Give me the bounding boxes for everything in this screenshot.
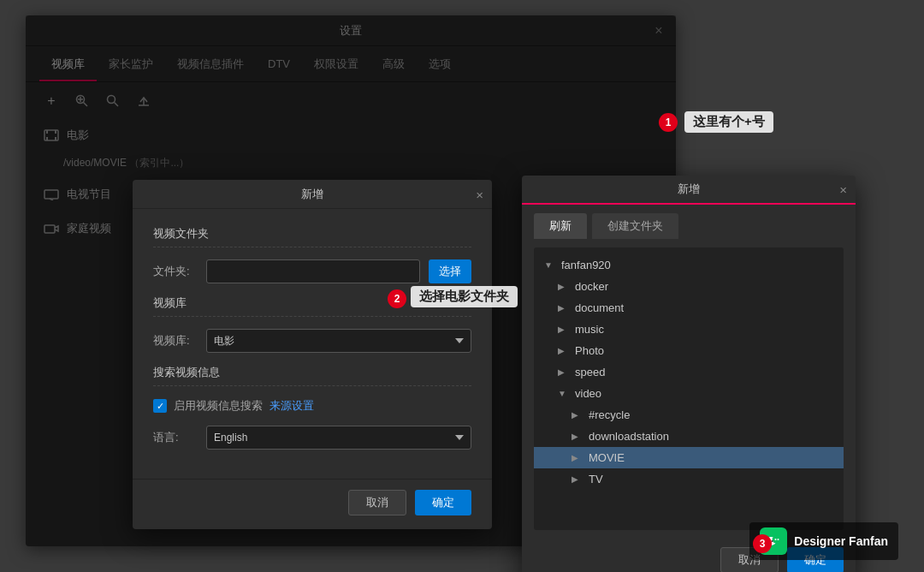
cancel-button[interactable]: 取消: [348, 490, 406, 515]
tree-item-movie[interactable]: ▶ MOVIE: [534, 447, 844, 468]
file-dialog-close[interactable]: ×: [839, 182, 847, 197]
annotation-text-1: 这里有个+号: [684, 111, 773, 133]
tree-item-fanfan[interactable]: ▼ fanfan920: [534, 254, 844, 276]
file-dialog: 新增 × 刷新 创建文件夹 ▼ fanfan920 ▶ docker ▶ doc…: [522, 176, 856, 572]
watermark: Designer Fanfan: [749, 522, 898, 560]
language-label: 语言:: [153, 430, 198, 445]
svg-point-17: [773, 536, 782, 544]
file-tab-refresh[interactable]: 刷新: [534, 213, 587, 239]
select-button[interactable]: 选择: [429, 259, 471, 283]
language-select[interactable]: English: [206, 426, 471, 450]
tree-item-document[interactable]: ▶ document: [534, 297, 844, 319]
svg-point-20: [775, 539, 777, 540]
library-row: 视频库: 电影: [153, 329, 471, 353]
enable-search-label: 启用视频信息搜索: [174, 398, 263, 414]
annotation-bubble-3: 3: [753, 534, 772, 553]
tree-item-speed[interactable]: ▶ speed: [534, 361, 844, 383]
file-dialog-title: 新增: [678, 182, 700, 197]
library-select[interactable]: 电影: [206, 329, 471, 353]
annotation-text-2: 选择电影文件夹: [411, 286, 518, 307]
tree-item-tv[interactable]: ▶ TV: [534, 468, 844, 490]
enable-search-row: ✓ 启用视频信息搜索 来源设置: [153, 398, 471, 414]
tree-item-video[interactable]: ▼ video: [534, 383, 844, 404]
svg-point-19: [772, 540, 773, 542]
file-tree: ▼ fanfan920 ▶ docker ▶ document ▶ music …: [534, 247, 844, 530]
file-dialog-titlebar: 新增 ×: [522, 176, 856, 205]
annotation-bubble-1: 1: [659, 113, 678, 132]
video-folder-section-title: 视频文件夹: [153, 226, 471, 247]
new-dialog-title: 新增: [301, 187, 323, 202]
search-section-title: 搜索视频信息: [153, 365, 471, 386]
tree-item-downloadstation[interactable]: ▶ downloadstation: [534, 426, 844, 447]
svg-point-21: [778, 539, 779, 540]
enable-search-checkbox[interactable]: ✓: [153, 399, 167, 413]
file-tab-create[interactable]: 创建文件夹: [592, 213, 678, 239]
new-dialog-body: 视频文件夹 文件夹: 选择 视频库 视频库: 电影 搜索视频信息 ✓ 启用视频信…: [133, 209, 492, 479]
confirm-button[interactable]: 确定: [415, 490, 471, 515]
tree-item-photo[interactable]: ▶ Photo: [534, 340, 844, 361]
folder-input[interactable]: [206, 259, 420, 283]
new-dialog-footer: 取消 确定: [133, 479, 492, 529]
folder-label: 文件夹:: [153, 264, 198, 279]
language-row: 语言: English: [153, 426, 471, 450]
tree-item-docker[interactable]: ▶ docker: [534, 276, 844, 297]
folder-row: 文件夹: 选择: [153, 259, 471, 283]
annotation-bubble-2: 2: [388, 289, 406, 308]
new-dialog: 新增 × 视频文件夹 文件夹: 选择 视频库 视频库: 电影 搜索视频信息 ✓ …: [133, 180, 492, 529]
tree-item-music[interactable]: ▶ music: [534, 319, 844, 340]
file-dialog-tabs: 刷新 创建文件夹: [522, 205, 856, 239]
watermark-text: Designer Fanfan: [794, 534, 888, 548]
tree-item-recycle[interactable]: ▶ #recycle: [534, 404, 844, 426]
new-dialog-titlebar: 新增 ×: [133, 180, 492, 209]
new-dialog-close[interactable]: ×: [476, 187, 483, 201]
source-settings-link[interactable]: 来源设置: [270, 398, 314, 414]
library-label: 视频库:: [153, 333, 198, 349]
